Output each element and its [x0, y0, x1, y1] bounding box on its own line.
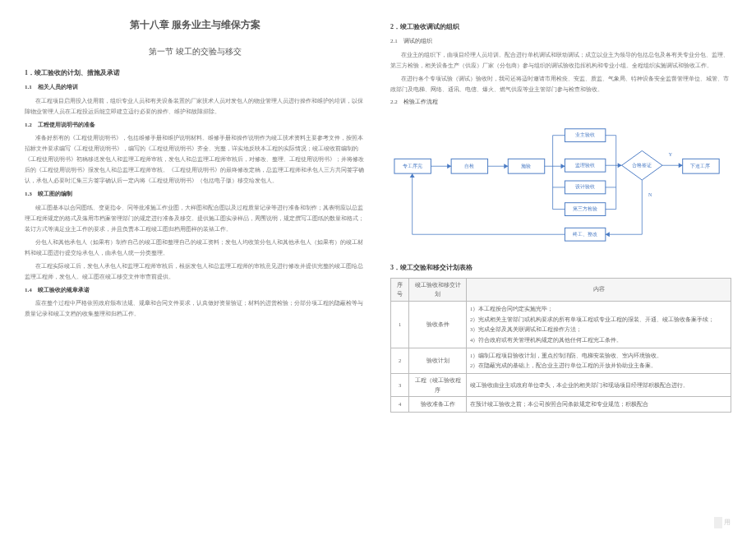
- svg-marker-27: [561, 164, 565, 168]
- svg-text:专工序完: 专工序完: [403, 162, 422, 168]
- svg-text:第三方检验: 第三方检验: [573, 205, 597, 211]
- svg-marker-25: [504, 164, 508, 168]
- cell-name: 验收计划: [409, 348, 467, 373]
- heading-1: 1．竣工验收的计划、措施及承诺: [25, 67, 366, 79]
- cell-name: 工程（竣工验收程序: [409, 374, 467, 397]
- cell-name: 验收准备工作: [409, 397, 467, 413]
- heading-1-4: 1.4 竣工验收的规章承诺: [25, 285, 366, 296]
- cell-content: 1）编制工程项目验收计划，重点控制消防、电梯安装验收、室内环境验收。2）在隐蔽完…: [467, 348, 731, 373]
- svg-text:设计验收: 设计验收: [575, 184, 595, 189]
- cell-name: 验收条件: [409, 301, 467, 348]
- heading-3: 3．竣工交验和移交计划表格: [390, 262, 731, 274]
- paragraph: 在业主的组织下，由项目经理人员培训。配合进行单机调试和联动调试；成立以业主为领导…: [390, 49, 731, 71]
- heading-1-3: 1.3 竣工图的编制: [25, 189, 366, 200]
- plan-table: 序号 竣工验收和移交计划 内容 1验收条件1）本工程按合同约定实施完毕；2）完成…: [390, 278, 731, 413]
- svg-marker-23: [447, 164, 451, 168]
- svg-marker-35: [618, 163, 622, 168]
- paragraph: 竣工图基本以合同图纸、变更指令、同等批准施工作业图，大样图和配合图以及过程质量记…: [25, 202, 366, 234]
- heading-2-1: 2.1 调试的组织: [390, 36, 731, 47]
- svg-marker-39: [679, 163, 683, 168]
- section-title: 第一节 竣工的交验与移交: [25, 44, 366, 59]
- chapter-title: 第十八章 服务业主与维保方案: [25, 16, 366, 35]
- heading-2: 2．竣工验收调试的组织: [390, 21, 731, 33]
- cell-num: 2: [391, 348, 409, 373]
- paragraph: 准备好所有的《工程使用说明书》，包括维修手册和维护说明材料。维修手册和操作说明作…: [25, 132, 366, 186]
- flowchart: 专工序完 自检 施验 业主验收 监理验收 设计验收 第三方检验 终工、整改 合格…: [390, 114, 731, 256]
- svg-text:施验: 施验: [521, 163, 531, 168]
- heading-1-2: 1.2 工程使用说明书的准备: [25, 120, 366, 131]
- paragraph: 在工程项目启用投入使用前，组织专业人员和有关设备装置的厂家技术人员对发包人的物业…: [25, 95, 366, 117]
- cell-num: 1: [391, 301, 409, 348]
- cell-content: 1）本工程按合同约定实施完毕；2）完成相关主管部门或机构要求的所有单项工程或专业…: [467, 301, 731, 348]
- svg-marker-45: [410, 173, 415, 178]
- th-content: 内容: [467, 278, 731, 301]
- svg-text:合格签证: 合格签证: [632, 162, 652, 167]
- cell-num: 3: [391, 374, 409, 397]
- svg-text:Y: Y: [669, 151, 673, 156]
- svg-text:监理验收: 监理验收: [575, 162, 595, 167]
- heading-1-1: 1.1 相关人员的培训: [25, 82, 366, 93]
- svg-text:自检: 自检: [464, 163, 474, 168]
- table-row: 3工程（竣工验收程序竣工验收由业主或政府单位牵头，本企业的相关部门和现场项目经理…: [391, 374, 731, 397]
- heading-2-2: 2.2 检验工作流程: [390, 97, 731, 108]
- cell-num: 4: [391, 397, 409, 413]
- paragraph: 在工程实际竣工后，发包人承包人和监理工程师审核后，根据发包人和总监理工程师的审核…: [25, 261, 366, 282]
- svg-text:N: N: [648, 192, 652, 197]
- svg-text:业主验收: 业主验收: [575, 131, 595, 137]
- th-name: 竣工验收和移交计划: [409, 278, 467, 301]
- paragraph: 分包人和其他承包人（如果有）制作自己的竣工图和整理自己的竣工资料；发包人均收策分…: [25, 237, 366, 258]
- table-row: 1验收条件1）本工程按合同约定实施完毕；2）完成相关主管部门或机构要求的所有单项…: [391, 301, 731, 348]
- paragraph: 在进行各个专项试验（调试）验收时，我司还将适时邀请市用检疫、安监、质监、气象局、…: [390, 73, 731, 95]
- paragraph: 应在整个过程中严格依照政府颁布法规、规章和合同文件要求，认真做好资量验证；材料的…: [25, 297, 366, 319]
- footer-mark: 用: [714, 517, 731, 528]
- table-row: 2验收计划1）编制工程项目验收计划，重点控制消防、电梯安装验收、室内环境验收。2…: [391, 348, 731, 373]
- cell-content: 在预计竣工验收之前；本公司按照合同条款规定和专业规范；积极配合: [467, 397, 731, 413]
- table-row: 4验收准备工作在预计竣工验收之前；本公司按照合同条款规定和专业规范；积极配合: [391, 397, 731, 413]
- cell-content: 竣工验收由业主或政府单位牵头，本企业的相关部门和现场项目经理部积极配合进行。: [467, 374, 731, 397]
- svg-text:终工、整改: 终工、整改: [573, 231, 597, 236]
- th-num: 序号: [391, 278, 409, 301]
- svg-text:下道工序: 下道工序: [690, 162, 710, 168]
- svg-marker-42: [606, 232, 610, 237]
